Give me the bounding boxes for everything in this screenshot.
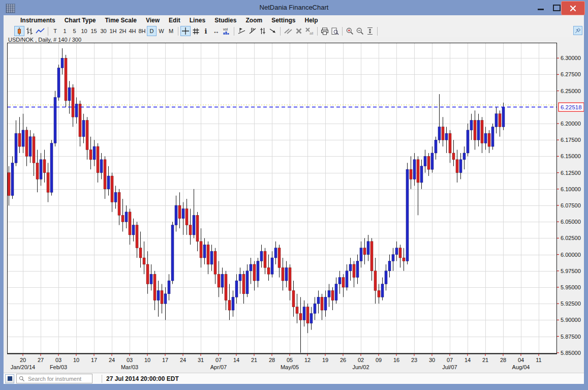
candlestick-button[interactable] <box>14 26 24 36</box>
expand-horizontal-icon: ↔ <box>213 28 220 35</box>
expand-horizontal-button[interactable]: ↔ <box>211 26 221 36</box>
menu-item-lines[interactable]: Lines <box>185 16 210 25</box>
zoom-in-button[interactable] <box>345 26 355 36</box>
candle <box>267 267 270 274</box>
candle <box>481 121 483 143</box>
menu-item-zoom[interactable]: Zoom <box>241 16 267 25</box>
menu-item-chart-type[interactable]: Chart Type <box>60 16 101 25</box>
timeframe-1-button[interactable]: 1 <box>60 26 70 36</box>
svg-text:6.05000: 6.05000 <box>561 219 581 225</box>
candle <box>132 225 135 235</box>
menu-item-settings[interactable]: Settings <box>267 16 300 25</box>
candle <box>214 251 216 274</box>
fit-vertical-icon <box>366 27 374 35</box>
titlebar[interactable]: NetDania FinanceChart <box>0 0 588 15</box>
candle <box>121 215 124 222</box>
timeframe-5-button[interactable]: 5 <box>70 26 79 36</box>
svg-text:6.15000: 6.15000 <box>561 153 581 159</box>
svg-text:21: 21 <box>251 357 257 363</box>
candle <box>239 274 241 281</box>
timeframe-2h-button[interactable]: 2H <box>118 26 128 36</box>
candle <box>225 274 227 301</box>
price-chart[interactable]: 6.300006.275006.250006.200006.175006.150… <box>4 37 584 373</box>
candle <box>374 271 377 291</box>
timeframe-30-button[interactable]: 30 <box>99 26 108 36</box>
candle <box>61 58 64 68</box>
candle <box>438 127 441 140</box>
candle <box>367 242 369 255</box>
candle <box>388 261 391 271</box>
timeframe-1h-button[interactable]: 1H <box>108 26 118 36</box>
parallel-lines-button[interactable] <box>283 26 294 36</box>
ray-arrow-button[interactable] <box>268 26 278 36</box>
candle <box>228 301 231 310</box>
svg-text:Apr/07: Apr/07 <box>210 364 227 370</box>
candle <box>242 274 245 294</box>
timeframe-10-button[interactable]: 10 <box>79 26 89 36</box>
candle <box>104 160 106 189</box>
timeframe-m-button[interactable]: M <box>166 26 176 36</box>
candle <box>175 205 177 225</box>
ohlc-bars-button[interactable] <box>24 26 35 36</box>
delete-line-button[interactable] <box>294 26 304 36</box>
delete-all-lines-button[interactable]: all <box>304 26 315 36</box>
menu-item-instruments[interactable]: Instruments <box>16 16 60 25</box>
candle <box>406 169 409 261</box>
line-chart-button[interactable] <box>35 26 46 36</box>
candle <box>129 212 131 235</box>
svg-text:vol: vol <box>223 27 228 31</box>
menu-item-view[interactable]: View <box>141 16 164 25</box>
candle <box>118 192 120 215</box>
candle <box>477 121 480 140</box>
crosshair-button[interactable] <box>180 26 191 36</box>
timeframe-w-button[interactable]: W <box>157 26 166 36</box>
info-button[interactable]: i <box>201 26 211 36</box>
menu-item-help[interactable]: Help <box>300 16 322 25</box>
chart-panel: USD/NOK , Daily, # 140 / 300 6.300006.27… <box>4 37 584 373</box>
close-button[interactable] <box>561 1 585 15</box>
timeframe-t-button[interactable]: T <box>50 26 60 36</box>
svg-text:24: 24 <box>180 357 186 363</box>
candle <box>502 107 505 127</box>
search-input[interactable] <box>27 375 90 382</box>
trendline-button[interactable] <box>236 26 247 36</box>
candle <box>424 156 426 166</box>
timeframe-8h-button[interactable]: 8H <box>137 26 147 36</box>
parallel-channel-button[interactable] <box>258 26 268 36</box>
candle <box>463 153 466 160</box>
x-axis-labels: 2027031017240310172431071421280512192602… <box>11 354 542 370</box>
timeframe-15-button[interactable]: 15 <box>89 26 99 36</box>
candle <box>93 146 96 160</box>
svg-text:Mar/03: Mar/03 <box>121 364 138 370</box>
trendline-vertical-button[interactable] <box>247 26 258 36</box>
parallel-channel-icon <box>259 27 267 35</box>
svg-text:10: 10 <box>144 357 150 363</box>
print-button[interactable] <box>320 26 330 36</box>
timeframe-d-button[interactable]: D <box>147 26 157 36</box>
maximize-icon <box>553 5 561 11</box>
maximize-button[interactable] <box>551 4 561 11</box>
fit-vertical-button[interactable] <box>365 26 375 36</box>
svg-text:04: 04 <box>518 357 524 363</box>
svg-text:03: 03 <box>55 357 61 363</box>
minimize-button[interactable] <box>536 4 545 11</box>
svg-text:6.30000: 6.30000 <box>561 55 581 61</box>
menu-item-time-scale[interactable]: Time Scale <box>100 16 141 25</box>
svg-text:24: 24 <box>109 357 115 363</box>
toolbar-pin-button[interactable] <box>573 26 582 35</box>
grid-button[interactable] <box>191 26 201 36</box>
menu-item-edit[interactable]: Edit <box>164 16 185 25</box>
candle <box>196 215 199 242</box>
instrument-panel-toggle-button[interactable] <box>5 374 14 383</box>
candle <box>250 264 252 271</box>
svg-text:6.10000: 6.10000 <box>561 186 581 192</box>
candle <box>182 208 184 218</box>
candle <box>459 160 462 173</box>
volume-button[interactable]: vol <box>221 26 232 36</box>
print-preview-button[interactable] <box>330 26 340 36</box>
trendline-vertical-icon <box>248 27 257 35</box>
candle <box>328 290 330 297</box>
timeframe-4h-button[interactable]: 4H <box>128 26 137 36</box>
zoom-out-button[interactable] <box>355 26 365 36</box>
menu-item-studies[interactable]: Studies <box>210 16 241 25</box>
